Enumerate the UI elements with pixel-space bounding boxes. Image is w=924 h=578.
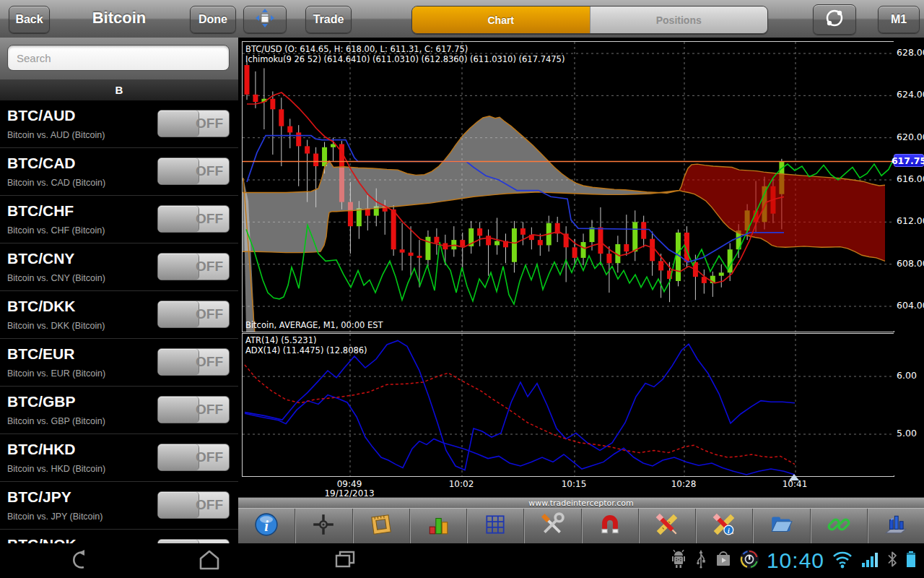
chart-positions-tabs: Chart Positions <box>411 6 768 34</box>
nav-recents-button[interactable] <box>325 551 365 572</box>
instrument-desc-label: Bitcoin vs. DKK (Bitcoin) <box>7 321 105 331</box>
instrument-row-btc-jpy[interactable]: BTC/JPYBitcoin vs. JPY (Bitcoin)OFF <box>0 482 238 530</box>
instrument-pair-label: BTC/JPY <box>7 488 71 506</box>
toggle-knob <box>158 254 199 280</box>
indicator-panel[interactable]: ATR(14) (5.5231) ADX(14) (11.4475) (12.8… <box>242 333 894 477</box>
svg-text:i: i <box>264 518 269 534</box>
instrument-row-btc-dkk[interactable]: BTC/DKKBitcoin vs. DKK (Bitcoin)OFF <box>0 291 238 339</box>
toggle-knob <box>158 397 199 423</box>
instrument-toggle[interactable]: OFF <box>157 491 230 519</box>
trade-interceptor-app: Back Bitcoin Done Trade Chart Positions <box>0 0 924 578</box>
done-button[interactable]: Done <box>190 6 236 33</box>
toolbar-bar-chart-button[interactable] <box>410 509 467 543</box>
timeframe-button[interactable]: M1 <box>878 6 920 33</box>
status-cluster: 10:40 <box>670 543 917 578</box>
toolbar-statistics-button[interactable] <box>868 509 924 543</box>
back-button[interactable]: Back <box>9 6 50 33</box>
instrument-list: BTC/AUDBitcoin vs. AUD (Bitcoin)OFFBTC/C… <box>0 100 238 543</box>
atr-readout: ATR(14) (5.5231) <box>245 335 316 345</box>
price-tick-label: 608.00 <box>897 258 924 269</box>
page-title: Bitcoin <box>65 9 173 27</box>
instrument-toggle[interactable]: OFF <box>157 253 230 280</box>
usb-icon <box>694 550 707 571</box>
instrument-toggle[interactable]: OFF <box>157 301 230 328</box>
search-placeholder: Search <box>8 52 51 64</box>
search-input[interactable]: Search <box>7 45 230 71</box>
instrument-pair-label: BTC/GBP <box>7 393 76 410</box>
magnet-icon <box>598 512 622 540</box>
toggle-state-label: OFF <box>196 301 223 327</box>
toggle-state-label: OFF <box>196 397 223 423</box>
toolbar-draw-tools-button[interactable] <box>639 509 696 543</box>
main-price-chart[interactable]: BTC/USD (O: 614.65, H: 618.00, L: 611.31… <box>242 41 894 332</box>
instrument-toggle[interactable]: OFF <box>157 110 230 137</box>
instrument-toggle[interactable]: OFF <box>157 396 230 423</box>
instrument-row-btc-cad[interactable]: BTC/CADBitcoin vs. CAD (Bitcoin)OFF <box>0 148 238 196</box>
instrument-row-btc-aud[interactable]: BTC/AUDBitcoin vs. AUD (Bitcoin)OFF <box>0 100 238 148</box>
tab-chart[interactable]: Chart <box>412 7 590 33</box>
time-tick-label: 10:02 <box>436 479 487 489</box>
instrument-pair-label: BTC/HKD <box>7 441 76 458</box>
instrument-desc-label: Bitcoin vs. GBP (Bitcoin) <box>7 416 105 426</box>
instrument-toggle[interactable]: OFF <box>157 205 230 233</box>
instrument-row-btc-cny[interactable]: BTC/CNYBitcoin vs. CNY (Bitcoin)OFF <box>0 243 238 291</box>
draw-tools-icon <box>655 512 679 540</box>
move-window-button[interactable] <box>243 6 287 33</box>
toolbar-grid-button[interactable] <box>467 509 524 543</box>
usb-debug-icon <box>670 550 687 571</box>
instrument-pair-label: BTC/DKK <box>7 298 76 315</box>
toolbar-info-button[interactable]: i <box>238 509 295 543</box>
signal-icon <box>860 550 879 571</box>
toolbar-magnet-button[interactable] <box>582 509 639 543</box>
toggle-state-label: OFF <box>196 206 223 232</box>
indicator-tick-label: 6.00 <box>897 370 917 381</box>
toolbar-link-button[interactable] <box>811 509 868 543</box>
bar-chart-icon <box>426 512 450 540</box>
instrument-sidebar: Search B BTC/AUDBitcoin vs. AUD (Bitcoin… <box>0 38 238 543</box>
info-icon: i <box>254 512 279 540</box>
instrument-row-btc-gbp[interactable]: BTC/GBPBitcoin vs. GBP (Bitcoin)OFF <box>0 387 238 434</box>
toggle-knob <box>158 444 199 470</box>
android-system-bar: 10:40 <box>0 543 924 578</box>
instrument-pair-label: BTC/CAD <box>7 155 76 172</box>
instrument-toggle[interactable]: OFF <box>157 348 230 376</box>
tools-icon <box>540 512 565 540</box>
time-tick-label: 10:15 <box>549 479 599 489</box>
toolbar-draw-tools-info-button[interactable]: i <box>696 509 753 543</box>
instrument-row-btc-nok[interactable]: BTC/NOKOFF <box>0 530 238 543</box>
price-tick-label: 620.00 <box>897 131 924 142</box>
instrument-pair-label: BTC/CNY <box>7 250 74 267</box>
current-price-tag: 617.75 <box>894 154 924 167</box>
toolbar-ruler-button[interactable] <box>353 509 410 543</box>
play-store-icon <box>715 550 732 571</box>
statistics-icon <box>884 512 908 540</box>
toolbar-folder-button[interactable] <box>753 509 810 543</box>
instrument-desc-label: Bitcoin vs. CNY (Bitcoin) <box>7 273 105 283</box>
top-bar: Back Bitcoin Done Trade Chart Positions <box>0 0 924 38</box>
trade-button[interactable]: Trade <box>305 6 352 33</box>
toggle-state-label: OFF <box>196 444 223 470</box>
nav-home-button[interactable] <box>189 551 230 572</box>
nav-back-button[interactable] <box>61 551 101 572</box>
price-tick-label: 612.00 <box>897 215 924 226</box>
sync-button[interactable] <box>813 4 856 35</box>
time-axis: 09:4910:0210:1510:2810:4119/12/2013 <box>242 477 893 497</box>
instrument-toggle[interactable]: OFF <box>157 158 230 185</box>
instrument-row-btc-eur[interactable]: BTC/EURBitcoin vs. EUR (Bitcoin)OFF <box>0 339 238 387</box>
instrument-row-btc-hkd[interactable]: BTC/HKDBitcoin vs. HKD (Bitcoin)OFF <box>0 434 238 482</box>
tab-positions[interactable]: Positions <box>590 7 768 33</box>
chart-toolbar: ii <box>238 508 924 543</box>
crosshair-icon <box>311 512 336 540</box>
chart-footer-label: Bitcoin, AVERAGE, M1, 00:00 EST <box>245 320 383 330</box>
draw-tools-info-icon: i <box>712 512 736 540</box>
ruler-icon <box>369 512 393 540</box>
toolbar-crosshair-button[interactable] <box>295 509 352 543</box>
toolbar-tools-button[interactable] <box>524 509 581 543</box>
wifi-icon <box>832 550 853 571</box>
price-tick-label: 616.00 <box>897 173 924 184</box>
time-tick-label: 10:28 <box>658 479 709 489</box>
instrument-row-btc-chf[interactable]: BTC/CHFBitcoin vs. CHF (Bitcoin)OFF <box>0 196 238 243</box>
instrument-toggle[interactable]: OFF <box>157 444 230 471</box>
instrument-pair-label: BTC/EUR <box>7 345 74 363</box>
clock: 10:40 <box>767 548 824 573</box>
